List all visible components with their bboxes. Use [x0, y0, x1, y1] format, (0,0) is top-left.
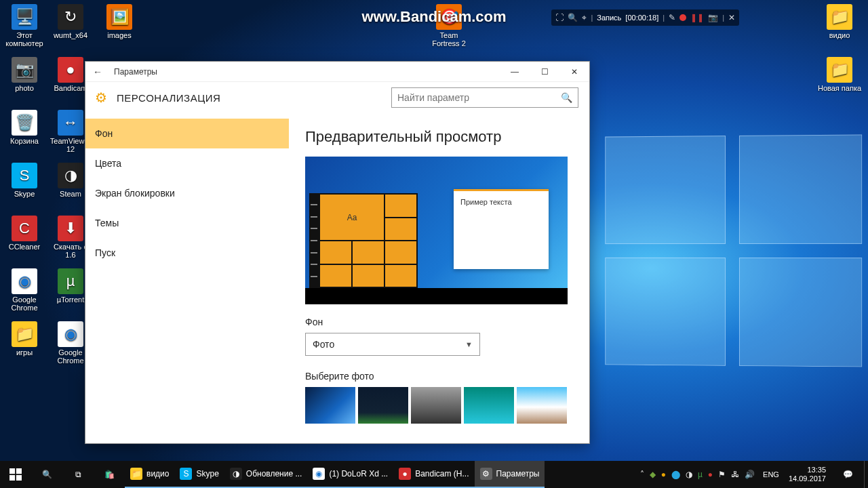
desktop-icon-label: Новая папка — [818, 84, 861, 92]
close-icon[interactable]: ✕ — [728, 13, 735, 22]
maximize-button[interactable]: ☐ — [530, 62, 559, 82]
preview-taskbar — [305, 288, 568, 304]
tray-flag-icon[interactable]: ⚑ — [718, 470, 726, 479]
desktop-icon-label: photo — [15, 84, 34, 92]
desktop-icon[interactable]: 📁видио — [815, 3, 864, 56]
tray-chevron-up-icon[interactable]: ˄ — [640, 470, 644, 479]
task-label: Bandicam (H... — [415, 469, 469, 479]
tray-icon-1[interactable]: ◆ — [650, 470, 656, 479]
search-icon[interactable]: 🔍 — [561, 92, 572, 103]
recording-timer: [00:00:18] — [625, 14, 658, 22]
minimize-button[interactable]: ― — [500, 62, 530, 82]
sidebar-item[interactable]: Темы — [85, 208, 289, 238]
app-icon: ◑ — [58, 163, 83, 188]
chevron-down-icon: ▼ — [465, 340, 473, 348]
show-desktop-button[interactable] — [864, 461, 868, 488]
search-input[interactable] — [397, 92, 561, 103]
desktop-icon[interactable]: 📁Новая папка — [815, 56, 864, 108]
photo-thumb-2[interactable] — [358, 387, 408, 424]
background-combo-value: Фото — [313, 339, 334, 350]
preview-box: Aa Пример текста — [305, 157, 568, 304]
magnify-icon[interactable]: 🔍 — [568, 13, 578, 22]
tray-icon-3[interactable]: ⬤ — [671, 470, 680, 479]
tray-utorrent-icon[interactable]: µ — [698, 470, 703, 479]
app-icon: 📁 — [827, 57, 852, 83]
sidebar-item[interactable]: Фон — [85, 119, 289, 148]
app-icon: C — [12, 216, 37, 241]
task-icon: ◉ — [313, 468, 325, 480]
desktop-icon[interactable]: 📁игры — [3, 320, 46, 373]
back-button[interactable]: ← — [91, 66, 104, 77]
desktop-icon-label: Этот компьютер — [4, 31, 45, 47]
svg-rect-1 — [16, 468, 22, 474]
sidebar-item[interactable]: Цвета — [85, 148, 289, 178]
desktop-icon[interactable]: CCCleaner — [3, 214, 46, 267]
store-button[interactable]: 🛍️ — [94, 461, 125, 488]
desktop-icon[interactable]: 📷photo — [3, 56, 46, 108]
preview-start-menu: Aa — [309, 193, 418, 288]
app-icon: ◉ — [12, 268, 37, 294]
taskbar-clock[interactable]: 13:35 14.09.2017 — [783, 461, 831, 488]
taskbar-task[interactable]: ◑Обновление ... — [224, 461, 308, 488]
desktop-icon-label: Bandicam — [54, 84, 87, 92]
desktop-icons-right: 📁видио📁Новая папка — [815, 3, 864, 108]
tray-volume-icon[interactable]: 🔊 — [745, 470, 755, 479]
desktop-icon[interactable]: SSkype — [3, 161, 46, 214]
search-box[interactable]: 🔍 — [391, 87, 578, 108]
background-combo[interactable]: Фото ▼ — [305, 333, 480, 356]
settings-window: ← Параметры ― ☐ ✕ ⚙ ПЕРСОНАЛИЗАЦИЯ 🔍 Фон… — [85, 61, 590, 444]
tray-network-icon[interactable]: 🖧 — [731, 470, 739, 479]
photo-thumb-1[interactable] — [305, 387, 355, 424]
search-button[interactable]: 🔍 — [31, 461, 62, 488]
app-icon: ⬇ — [58, 216, 83, 241]
desktop-icon-label: µTorrent — [57, 296, 85, 304]
language-indicator[interactable]: ENG — [759, 461, 783, 488]
expand-icon[interactable]: ⛶ — [555, 13, 564, 22]
sidebar: ФонЦветаЭкран блокировкиТемыПуск — [85, 119, 289, 443]
bandicam-recording-bar[interactable]: ⛶ 🔍 ⌖ | Запись [00:00:18] | ✎ ❚❚ 📷 | ✕ — [551, 9, 739, 26]
app-icon: S — [12, 163, 37, 188]
desktop-icon-label: видио — [829, 31, 850, 39]
svg-rect-3 — [16, 475, 22, 481]
photo-thumb-4[interactable] — [464, 387, 514, 424]
record-indicator-icon[interactable] — [679, 14, 686, 21]
tray-icon-2[interactable]: ● — [661, 470, 666, 479]
desktop-icon[interactable]: 🖥️Этот компьютер — [3, 3, 46, 56]
start-button[interactable] — [0, 461, 31, 488]
taskbar-task[interactable]: ⚙Параметры — [475, 461, 545, 488]
desktop-icon[interactable]: ↻wumt_x64 — [49, 3, 92, 56]
desktop-icon[interactable]: 🖼️images — [98, 3, 141, 56]
task-label: Skype — [196, 469, 218, 479]
pencil-icon[interactable]: ✎ — [669, 13, 675, 22]
photo-thumb-5[interactable] — [517, 387, 567, 424]
pause-icon[interactable]: ❚❚ — [690, 13, 704, 22]
photo-thumb-3[interactable] — [411, 387, 461, 424]
content-pane[interactable]: Предварительный просмотр Aa Пример текст… — [289, 119, 589, 443]
task-icon: S — [180, 468, 192, 480]
app-icon: 🖥️ — [12, 4, 37, 30]
tray-steam-icon[interactable]: ◑ — [686, 470, 692, 479]
desktop-icon-label: Team Fortress 2 — [429, 31, 469, 47]
desktop-icon-label: Skype — [14, 190, 35, 198]
desktop-icon-label: Google Chrome — [4, 296, 45, 312]
camera-icon[interactable]: 📷 — [708, 13, 718, 22]
app-icon: 🗑️ — [12, 110, 37, 136]
taskbar-task[interactable]: ●Bandicam (H... — [393, 461, 474, 488]
app-icon: 📷 — [12, 57, 37, 83]
target-icon[interactable]: ⌖ — [582, 13, 587, 22]
action-center-button[interactable]: 💬 — [831, 461, 864, 488]
desktop-icon[interactable]: 🗑️Корзина — [3, 108, 46, 161]
desktop-icon[interactable]: ◉Google Chrome — [3, 267, 46, 320]
titlebar[interactable]: ← Параметры ― ☐ ✕ — [85, 62, 589, 82]
app-icon: ● — [58, 57, 83, 83]
close-button[interactable]: ✕ — [559, 62, 589, 82]
taskbar-task[interactable]: SSkype — [174, 461, 224, 488]
task-view-button[interactable]: ⧉ — [62, 461, 94, 488]
tray-bandicam-icon[interactable]: ● — [708, 470, 713, 479]
system-tray[interactable]: ˄ ◆ ● ⬤ ◑ µ ● ⚑ 🖧 🔊 — [636, 461, 759, 488]
sidebar-item[interactable]: Экран блокировки — [85, 178, 289, 208]
taskbar-task[interactable]: 📁видио — [125, 461, 174, 488]
taskbar-task[interactable]: ◉(1) DoLoR Xd ... — [307, 461, 393, 488]
taskbar[interactable]: 🔍 ⧉ 🛍️ 📁видиоSSkype◑Обновление ...◉(1) D… — [0, 461, 868, 488]
sidebar-item[interactable]: Пуск — [85, 238, 289, 268]
